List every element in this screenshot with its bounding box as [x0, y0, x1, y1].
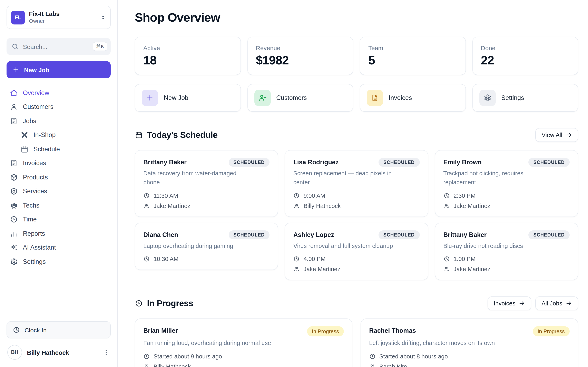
quick-action-label: Settings [501, 94, 524, 101]
sidebar: FL Fix-It Labs Owner ⌘K New Job Overview… [0, 0, 118, 367]
sidebar-item-ai-assistant[interactable]: AI Assistant [7, 241, 111, 254]
clock-icon [143, 353, 150, 360]
stat-card-revenue: Revenue $1982 [247, 37, 353, 75]
sidebar-item-techs[interactable]: Techs [7, 199, 111, 212]
quick-action-new-job[interactable]: New Job [135, 84, 241, 112]
calendar-icon [135, 131, 143, 139]
gear-icon [10, 258, 18, 266]
view-all-button[interactable]: View All [536, 128, 578, 142]
org-meta: Fix-It Labs Owner [29, 10, 60, 25]
sidebar-item-customers[interactable]: Customers [7, 100, 111, 113]
schedule-card[interactable]: Brittany Baker SCHEDULED Data recovery f… [135, 150, 278, 217]
kebab-menu-icon[interactable] [103, 349, 110, 356]
job-time: 2:30 PM [453, 192, 476, 199]
clock-in-button[interactable]: Clock In [7, 321, 111, 338]
sidebar-item-settings[interactable]: Settings [7, 255, 111, 268]
in-progress-section: In Progress Invoices All Jobs Brian Mill… [135, 297, 578, 367]
sidebar-nav-item-label: Invoices [23, 159, 46, 167]
sidebar-nav-item-label: Jobs [23, 117, 36, 125]
new-job-button[interactable]: New Job [7, 61, 111, 78]
org-switcher[interactable]: FL Fix-It Labs Owner [7, 6, 111, 29]
quick-action-tile [479, 90, 495, 106]
sidebar-nav-item-label: Reports [23, 230, 45, 237]
sidebar-nav: Overview Customers Jobs In-Shop Schedule… [7, 86, 111, 269]
schedule-card[interactable]: Emily Brown SCHEDULED Trackpad not click… [435, 150, 578, 217]
people-icon [293, 266, 300, 273]
job-time-row: 11:30 AM [143, 192, 270, 199]
quick-action-invoices[interactable]: Invoices [360, 84, 466, 112]
schedule-card[interactable]: Ashley Lopez SCHEDULED Virus removal and… [285, 222, 428, 280]
status-badge: SCHEDULED [228, 158, 270, 167]
invoices-button[interactable]: Invoices [488, 297, 531, 310]
all-jobs-button-label: All Jobs [541, 300, 562, 307]
sidebar-item-time[interactable]: Time [7, 213, 111, 226]
search-input[interactable] [23, 43, 89, 50]
schedule-grid: Brittany Baker SCHEDULED Data recovery f… [135, 150, 578, 280]
quick-action-tile [142, 90, 158, 106]
in-progress-section-title: In Progress [147, 299, 193, 309]
status-badge: SCHEDULED [528, 230, 570, 239]
sidebar-item-schedule[interactable]: Schedule [7, 143, 111, 155]
plus-icon [12, 66, 20, 73]
arrow-right-icon [566, 132, 572, 138]
in-progress-card[interactable]: Rachel Thomas In Progress Left joystick … [361, 319, 578, 367]
sidebar-nav-item-label: Settings [23, 258, 46, 265]
job-description: Trackpad not clicking, requires replacem… [443, 169, 546, 187]
job-description: Virus removal and full system cleanup [293, 242, 396, 250]
customer-name: Brittany Baker [143, 158, 187, 166]
stat-card-done: Done 22 [472, 37, 578, 75]
job-time-row: 9:00 AM [293, 192, 420, 199]
customer-name: Diana Chen [143, 230, 178, 238]
job-time-row: 10:30 AM [143, 256, 270, 262]
stat-value: 5 [368, 53, 457, 67]
sidebar-nav-item-label: Techs [23, 202, 39, 209]
job-tech-row: Jake Martinez [443, 202, 570, 209]
gear-icon [483, 94, 492, 102]
schedule-card[interactable]: Lisa Rodriguez SCHEDULED Screen replacem… [285, 150, 428, 217]
customer-name: Brian Miller [143, 326, 178, 334]
sidebar-item-services[interactable]: Services [7, 185, 111, 198]
in-progress-title-wrap: In Progress [135, 299, 193, 309]
stat-label: Active [143, 44, 232, 51]
job-card-header: Diana Chen SCHEDULED [143, 230, 270, 239]
job-time: 1:00 PM [453, 256, 476, 262]
job-tech-row: Jake Martinez [293, 266, 420, 273]
stat-label: Revenue [256, 44, 345, 51]
page-title: Shop Overview [135, 11, 578, 25]
job-description: Left joystick drifting, character moves … [369, 339, 570, 348]
status-badge: SCHEDULED [528, 158, 570, 167]
clock-icon [293, 192, 300, 199]
all-jobs-button[interactable]: All Jobs [535, 297, 578, 310]
people-icon [369, 363, 376, 367]
chevrons-up-down-icon [100, 14, 106, 21]
stat-value: $1982 [256, 53, 345, 67]
job-tech-row: Sarah Kim [369, 363, 570, 367]
in-progress-card[interactable]: Brian Miller In Progress Fan running lou… [135, 319, 352, 367]
sidebar-item-products[interactable]: Products [7, 171, 111, 184]
schedule-card[interactable]: Diana Chen SCHEDULED Laptop overheating … [135, 222, 278, 270]
job-card-header: Lisa Rodriguez SCHEDULED [293, 158, 420, 167]
clock-icon [10, 215, 18, 224]
schedule-card[interactable]: Brittany Baker SCHEDULED Blu-ray drive n… [435, 222, 578, 280]
sidebar-item-overview[interactable]: Overview [7, 86, 111, 99]
sidebar-item-jobs[interactable]: Jobs [7, 115, 111, 127]
sidebar-item-invoices[interactable]: Invoices [7, 157, 111, 169]
clock-icon [443, 192, 450, 199]
sparkles-icon [10, 243, 18, 252]
search-box[interactable]: ⌘K [7, 38, 111, 55]
job-card-header: Rachel Thomas In Progress [369, 326, 570, 337]
team-icon [10, 201, 18, 209]
quick-action-settings[interactable]: Settings [472, 84, 578, 112]
sidebar-item-reports[interactable]: Reports [7, 227, 111, 240]
customer-name: Ashley Lopez [293, 230, 334, 238]
sidebar-item-in-shop[interactable]: In-Shop [7, 129, 111, 141]
stat-value: 18 [143, 53, 232, 67]
jobs-icon [10, 117, 18, 125]
sidebar-nav-item-label: Time [23, 216, 37, 223]
in-progress-buttons: Invoices All Jobs [488, 297, 578, 310]
sidebar-nav-item-label: AI Assistant [23, 244, 56, 251]
quick-action-customers[interactable]: Customers [247, 84, 353, 112]
sidebar-nav-item-label: Services [23, 188, 47, 195]
sidebar-spacer [7, 269, 111, 321]
job-description: Blu-ray drive not reading discs [443, 242, 546, 250]
